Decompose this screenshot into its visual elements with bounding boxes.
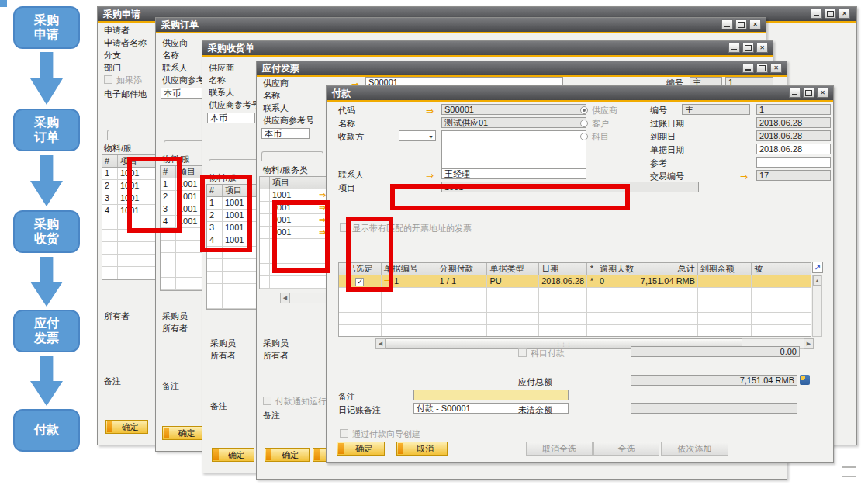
- flow-arrow-icon: [30, 356, 63, 406]
- minimize-button[interactable]: [789, 88, 801, 98]
- link-arrow-icon[interactable]: ⇒: [426, 106, 434, 116]
- ok-button[interactable]: 确定: [265, 448, 310, 462]
- checkbox[interactable]: [263, 397, 271, 405]
- doc-date-field[interactable]: 2018.06.28: [756, 144, 831, 154]
- field-label: 名称: [162, 50, 179, 61]
- contact-field[interactable]: 王经理: [441, 168, 586, 179]
- remarks-field[interactable]: [413, 390, 569, 400]
- field-label: 备注: [210, 401, 227, 411]
- checkbox-label: 付款通知运行: [275, 397, 327, 407]
- scroll-up-icon[interactable]: ▲: [813, 275, 821, 286]
- flow-arrow-icon: [30, 257, 63, 307]
- minimize-button[interactable]: [728, 43, 740, 53]
- highlight-box-project-field: [390, 184, 630, 210]
- window-title: 应付发票: [262, 63, 299, 74]
- code-field[interactable]: S00001: [441, 104, 586, 115]
- table-row[interactable]: [339, 288, 811, 300]
- close-button[interactable]: ✕: [749, 19, 761, 29]
- series-field[interactable]: 主: [682, 104, 750, 115]
- open-balance-field: [631, 403, 797, 414]
- maximize-button[interactable]: [735, 19, 747, 29]
- deselect-all-button[interactable]: 取消全选: [526, 442, 593, 456]
- horizontal-scrollbar[interactable]: ◀: [280, 293, 330, 303]
- cancel-button[interactable]: 取消: [396, 442, 448, 456]
- account-payment-checkbox[interactable]: [518, 348, 527, 357]
- add-in-sequence-button[interactable]: 依次添加: [661, 442, 728, 456]
- account-payment-field[interactable]: 0.00: [631, 346, 800, 357]
- payment-wizard-checkbox[interactable]: [340, 429, 348, 438]
- column-header: 日期: [539, 263, 587, 275]
- table-row[interactable]: [339, 300, 811, 313]
- posting-date-field[interactable]: 2018.06.28: [756, 117, 831, 128]
- payee-dropdown[interactable]: ▼: [399, 130, 436, 141]
- scroll-left-icon[interactable]: ◀: [280, 293, 290, 303]
- due-date-field[interactable]: 2018.06.28: [756, 130, 831, 141]
- window-titlebar[interactable]: 采购订单: [156, 18, 766, 32]
- reference-field[interactable]: [756, 157, 831, 168]
- table-row[interactable]: [339, 313, 811, 325]
- field-label: 备注: [162, 381, 179, 391]
- window-title: 付款: [332, 88, 351, 99]
- name-field[interactable]: 测试供应01: [441, 117, 586, 128]
- vendor-radio[interactable]: [580, 106, 588, 114]
- ok-button[interactable]: 确定: [212, 448, 254, 462]
- address-textarea[interactable]: [441, 130, 586, 169]
- window-controls: ✕: [721, 19, 761, 29]
- table-row[interactable]: [260, 276, 336, 289]
- minimize-button[interactable]: [811, 9, 822, 19]
- scroll-right-icon[interactable]: ▶: [804, 338, 814, 349]
- window-titlebar[interactable]: 采购收货单: [202, 41, 773, 55]
- close-icon: ✕: [820, 89, 825, 96]
- currency-field[interactable]: 本币: [261, 128, 310, 139]
- close-button[interactable]: ✕: [817, 88, 828, 98]
- account-radio[interactable]: [580, 133, 588, 140]
- ok-button[interactable]: 确定: [162, 426, 205, 440]
- vertical-scrollbar[interactable]: ▲: [812, 275, 822, 337]
- window-controls: ✕: [789, 88, 828, 98]
- window-titlebar[interactable]: 应付发票: [257, 61, 787, 75]
- maximize-button[interactable]: [825, 9, 836, 19]
- window-titlebar[interactable]: 付款: [327, 86, 833, 100]
- expand-table-icon[interactable]: ↗: [812, 262, 823, 273]
- close-button[interactable]: ✕: [770, 63, 782, 73]
- maximize-button[interactable]: [803, 88, 814, 98]
- minimize-button[interactable]: [721, 19, 733, 29]
- accent-bar: [156, 32, 766, 33]
- number-field[interactable]: 1: [756, 104, 831, 115]
- minimize-button[interactable]: [742, 63, 754, 73]
- field-label: 备注: [104, 376, 121, 386]
- accent-bar: [327, 100, 833, 102]
- ok-button[interactable]: 确定: [337, 442, 385, 456]
- table-row[interactable]: [339, 325, 811, 337]
- transaction-no-label: 交易编号: [650, 171, 684, 182]
- field-label: 所有者: [104, 311, 130, 321]
- scroll-left-icon[interactable]: ◀: [375, 338, 386, 349]
- close-button[interactable]: ✕: [839, 9, 850, 19]
- checkbox[interactable]: [104, 75, 112, 84]
- column-header: 分期付款: [437, 263, 488, 275]
- field-label: 名称: [263, 91, 280, 101]
- field-label: 电子邮件地: [104, 89, 147, 99]
- flow-step-goods-receipt: 采购 收货: [13, 210, 80, 253]
- tab-contents[interactable]: [261, 151, 323, 161]
- maximize-button[interactable]: [742, 43, 754, 53]
- minimize-icon: [731, 49, 737, 50]
- maximize-icon: [759, 65, 766, 71]
- maximize-button[interactable]: [756, 63, 768, 73]
- close-button[interactable]: ✕: [756, 43, 768, 53]
- window-resize-grip[interactable]: [842, 466, 856, 477]
- field-label: 所有者: [162, 324, 188, 334]
- transaction-no-field[interactable]: 17: [756, 170, 831, 181]
- link-arrow-icon[interactable]: ⇒: [740, 172, 748, 182]
- currency-field[interactable]: 本币: [207, 113, 255, 123]
- maximize-icon: [745, 45, 752, 51]
- customer-radio[interactable]: [580, 120, 588, 127]
- select-all-button[interactable]: 全选: [593, 442, 659, 456]
- flow-step-purchase-order: 采购 订单: [13, 109, 80, 151]
- close-icon: ✕: [773, 64, 779, 71]
- payment-means-icon[interactable]: [800, 375, 810, 385]
- document-row[interactable]: ✓ ⇒ 1 1 / 1 PU 2018.06.28 * 0 7,151.04 R…: [339, 275, 811, 288]
- link-arrow-icon[interactable]: ⇒: [426, 171, 434, 180]
- ok-button[interactable]: 确定: [105, 420, 148, 434]
- maximize-icon: [827, 11, 834, 17]
